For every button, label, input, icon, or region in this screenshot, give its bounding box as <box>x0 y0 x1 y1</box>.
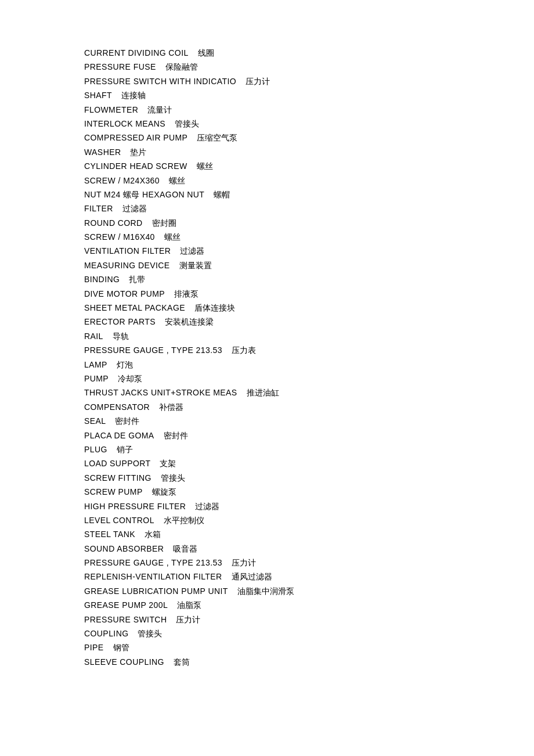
item-english-text: PIPE <box>84 641 104 654</box>
item-english-text: MEASURING DEVICE <box>84 259 170 272</box>
list-item: PRESSURE SWITCH 压力计 <box>84 613 450 626</box>
item-separator <box>106 415 115 427</box>
list-item: SOUND ABSORBER 吸音器 <box>84 542 450 555</box>
list-item: HIGH PRESSURE FILTER 过滤器 <box>84 500 450 513</box>
item-chinese-text: 密封件 <box>115 415 139 427</box>
item-chinese-text: 压力表 <box>232 344 256 357</box>
list-item: LEVEL CONTROL 水平控制仪 <box>84 514 450 527</box>
item-separator <box>109 372 118 385</box>
list-item: FLOWMETER 流量计 <box>84 103 450 116</box>
list-item: SHAFT 连接轴 <box>84 89 450 102</box>
item-chinese-text: 灯泡 <box>117 358 133 371</box>
item-english-text: ROUND CORD <box>84 217 143 229</box>
item-english-text: WASHER <box>84 146 121 159</box>
item-separator <box>204 188 214 201</box>
item-english-text: PRESSURE SWITCH WITH INDICATIO <box>84 75 236 88</box>
item-chinese-text: 水箱 <box>145 528 161 541</box>
item-english-text: SCREW / M24X360 <box>84 174 160 187</box>
item-separator <box>165 117 175 130</box>
item-chinese-text: 压缩空气泵 <box>197 131 237 144</box>
list-item: ROUND CORD 密封圈 <box>84 217 450 229</box>
item-english-text: THRUST JACKS UNIT+STROKE MEAS <box>84 386 237 399</box>
item-separator <box>143 217 152 229</box>
item-chinese-text: 销子 <box>117 443 133 456</box>
item-english-text: PLACA DE GOMA <box>84 429 154 442</box>
item-separator <box>165 287 174 300</box>
item-separator <box>120 273 129 286</box>
item-english-text: COUPLING <box>84 627 128 640</box>
main-content: CURRENT DIVIDING COIL 线圈PRESSURE FUSE 保险… <box>0 0 534 716</box>
item-english-text: BINDING <box>84 273 120 286</box>
item-chinese-text: 套筒 <box>174 656 190 668</box>
item-english-text: DIVE MOTOR PUMP <box>84 287 165 300</box>
item-english-text: LAMP <box>84 358 107 371</box>
item-english-text: PUMP <box>84 372 109 385</box>
item-english-text: FILTER <box>84 202 113 215</box>
item-english-text: PRESSURE GAUGE , TYPE 213.53 <box>84 556 222 569</box>
item-separator <box>222 344 232 357</box>
item-english-text: SOUND ABSORBER <box>84 542 164 555</box>
list-item: LAMP 灯泡 <box>84 358 450 371</box>
item-english-text: SHAFT <box>84 89 112 102</box>
item-chinese-text: 密封圈 <box>152 217 176 229</box>
item-chinese-text: 扎带 <box>129 273 145 286</box>
item-separator <box>187 160 197 172</box>
item-separator <box>222 570 232 583</box>
item-english-text: FLOWMETER <box>84 103 138 116</box>
item-english-text: PRESSURE SWITCH <box>84 613 167 626</box>
item-english-text: LOAD SUPPORT <box>84 457 150 470</box>
item-chinese-text: 通风过滤器 <box>232 570 272 583</box>
item-separator <box>164 542 173 555</box>
list-item: CURRENT DIVIDING COIL 线圈 <box>84 46 450 59</box>
item-chinese-text: 管接头 <box>161 471 185 484</box>
item-chinese-text: 螺丝 <box>197 160 213 172</box>
list-item: SHEET METAL PACKAGE 盾体连接块 <box>84 301 450 314</box>
item-english-text: GREASE PUMP 200L <box>84 599 168 611</box>
list-item: SEAL 密封件 <box>84 415 450 427</box>
list-item: CYLINDER HEAD SCREW 螺丝 <box>84 160 450 172</box>
item-separator <box>135 528 145 541</box>
item-chinese-text: 压力计 <box>176 613 200 626</box>
list-item: RAIL 导轨 <box>84 330 450 343</box>
item-english-text: CYLINDER HEAD SCREW <box>84 160 187 172</box>
list-item: SCREW / M16X40 螺丝 <box>84 231 450 243</box>
item-chinese-text: 螺丝 <box>164 231 181 243</box>
item-english-text: ERECTOR PARTS <box>84 315 156 328</box>
list-item: VENTILATION FILTER 过滤器 <box>84 244 450 257</box>
item-chinese-text: 连接轴 <box>121 89 146 102</box>
item-separator <box>222 556 232 569</box>
list-item: ERECTOR PARTS 安装机连接梁 <box>84 315 450 328</box>
item-separator <box>185 301 194 314</box>
item-chinese-text: 过滤器 <box>122 202 147 215</box>
list-item: PRESSURE FUSE 保险融管 <box>84 60 450 73</box>
list-item: GREASE LUBRICATION PUMP UNIT 油脂集中润滑泵 <box>84 585 450 597</box>
item-english-text: VENTILATION FILTER <box>84 244 171 257</box>
item-separator <box>151 471 161 484</box>
item-separator <box>113 202 122 215</box>
list-item: PRESSURE GAUGE , TYPE 213.53 压力表 <box>84 344 450 357</box>
list-item: SCREW FITTING 管接头 <box>84 471 450 484</box>
item-separator <box>187 131 197 144</box>
item-english-text: NUT M24 螺母 HEXAGON NUT <box>84 188 204 201</box>
item-chinese-text: 推进油缸 <box>247 386 279 399</box>
list-item: INTERLOCK MEANS 管接头 <box>84 117 450 130</box>
item-english-text: SCREW FITTING <box>84 471 151 484</box>
item-english-text: LEVEL CONTROL <box>84 514 154 527</box>
item-chinese-text: 油脂泵 <box>177 599 201 611</box>
item-chinese-text: 钢管 <box>113 641 129 654</box>
list-item: GREASE PUMP 200L 油脂泵 <box>84 599 450 611</box>
item-chinese-text: 流量计 <box>147 103 172 116</box>
item-separator <box>112 89 121 102</box>
list-item: COMPRESSED AIR PUMP 压缩空气泵 <box>84 131 450 144</box>
item-chinese-text: 螺丝 <box>169 174 185 187</box>
item-separator <box>154 429 164 442</box>
list-item: STEEL TANK 水箱 <box>84 528 450 541</box>
item-chinese-text: 测量装置 <box>179 259 212 272</box>
item-chinese-text: 管接头 <box>175 117 199 130</box>
list-item: SCREW PUMP 螺旋泵 <box>84 485 450 498</box>
item-english-text: SLEEVE COUPLING <box>84 656 164 668</box>
list-item: PRESSURE GAUGE , TYPE 213.53 压力计 <box>84 556 450 569</box>
list-item: WASHER 垫片 <box>84 146 450 159</box>
list-item: PIPE 钢管 <box>84 641 450 654</box>
item-chinese-text: 螺帽 <box>214 188 230 201</box>
